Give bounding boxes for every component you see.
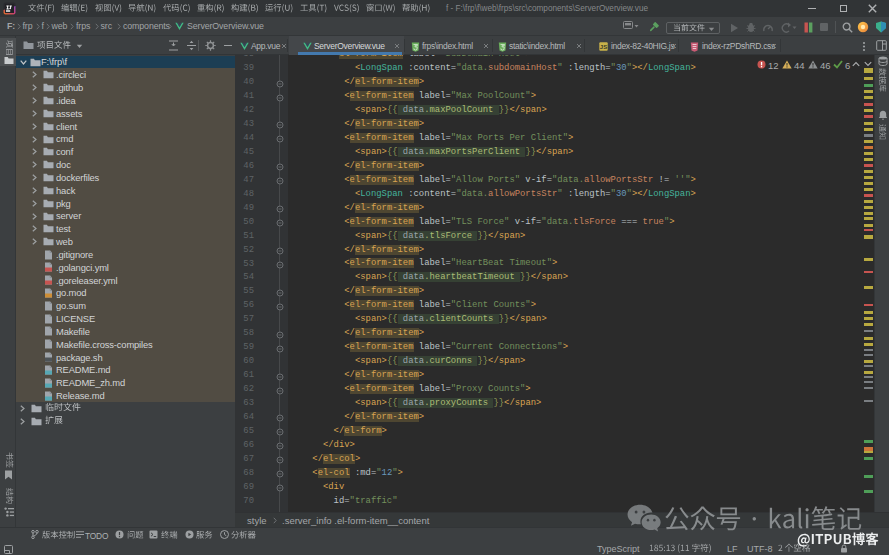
svg-text:JS: JS <box>600 44 607 50</box>
